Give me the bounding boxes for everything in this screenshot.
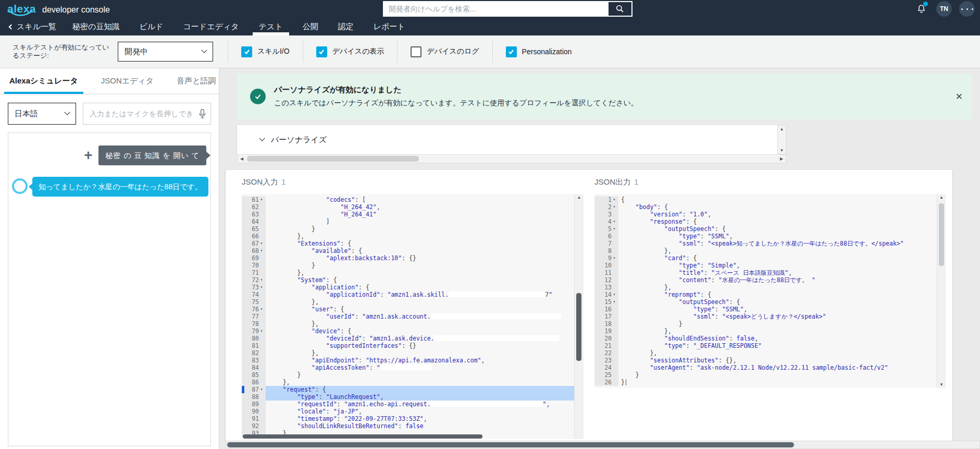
code-line-17[interactable]: 17 "ssml": "<speak>どうしますか？</speak>"	[594, 313, 936, 320]
help-search-input[interactable]	[383, 1, 608, 17]
code-line-75[interactable]: 75 },	[242, 298, 574, 306]
code-line-71[interactable]: 71 },	[242, 269, 574, 276]
json-input-editor[interactable]: 61▾ "codecs": [62 "H_264_42",63 "H_264_4…	[242, 194, 584, 439]
json-output-editor[interactable]: 1▾{2▾ "body": {3 "version": "1.0",4▾ "re…	[594, 194, 946, 388]
fold-arrow-icon[interactable]: ▾	[259, 247, 264, 254]
checkbox-checked-icon[interactable]	[316, 46, 327, 57]
fold-arrow-icon[interactable]: ▾	[612, 203, 617, 211]
code-line-74[interactable]: 74 "applicationId": "amzn1.ask.skill.7"	[242, 291, 574, 298]
utterance-input[interactable]	[83, 103, 211, 125]
code-line-20[interactable]: 20 "shouldEndSession": false,	[594, 335, 936, 342]
code-line-7[interactable]: 7 "ssml": "<speak>知ってましたか？水星の一年はたった88日です…	[594, 240, 936, 247]
code-line-3[interactable]: 3 "version": "1.0",	[594, 211, 936, 218]
code-line-8[interactable]: 8 },	[594, 247, 936, 254]
code-line-72[interactable]: 72▾ "System": {	[242, 276, 574, 284]
code-line-79[interactable]: 79▾ "device": {	[242, 327, 574, 335]
code-line-26[interactable]: 26}	[594, 379, 936, 386]
search-button[interactable]	[607, 1, 632, 17]
toggle-Personalization[interactable]: Personalization	[492, 41, 585, 63]
notifications-button[interactable]	[913, 1, 929, 17]
fold-arrow-icon[interactable]: ▾	[259, 284, 264, 291]
nav-back-skill-list[interactable]: スキル一覧	[3, 18, 63, 35]
code-line-90[interactable]: 90 "locale": "ja-JP",	[242, 408, 574, 415]
code-line-91[interactable]: 91 "timestamp": "2022-09-27T07:33:53Z",	[242, 415, 574, 422]
code-line-69[interactable]: 69 "aplext:backstack:10": {}	[242, 254, 574, 262]
input-editor-hscroll-thumb[interactable]	[243, 434, 482, 439]
code-line-77[interactable]: 77 "userId": "amzn1.ask.account.	[242, 313, 574, 320]
code-line-61[interactable]: 61▾ "codecs": [	[242, 196, 574, 203]
nav-item-link[interactable]: ビルド	[129, 18, 173, 35]
tab-JSONエディタ[interactable]: JSONエディタ	[100, 68, 155, 94]
tab-Alexaシミュレータ[interactable]: Alexaシミュレータ	[8, 68, 79, 94]
fold-arrow-icon[interactable]: ▾	[259, 306, 264, 313]
nav-item-link[interactable]: 公開	[293, 18, 328, 35]
stage-dropdown[interactable]: 開発中	[118, 42, 213, 62]
close-icon[interactable]: ✕	[956, 91, 963, 102]
language-dropdown[interactable]: 日本語	[8, 103, 76, 125]
scroll-up-icon[interactable]: ▲	[937, 195, 946, 200]
more-menu-button[interactable]	[959, 1, 975, 17]
nav-item-active[interactable]: テスト	[249, 18, 293, 35]
code-line-92[interactable]: 92 "shouldLinkResultBeReturned": false	[242, 422, 574, 430]
code-line-14[interactable]: 14▾ "reprompt": {	[594, 291, 936, 298]
toggle-デバイスの表示[interactable]: デバイスの表示	[303, 41, 398, 63]
tab-音声と語調[interactable]: 音声と語調	[176, 68, 217, 94]
scroll-down-icon[interactable]: ▼	[937, 382, 946, 387]
code-line-68[interactable]: 68▾ "available": {	[242, 247, 574, 254]
code-line-24[interactable]: 24 "userAgent": "ask-node/2.12.1 Node/v1…	[594, 364, 936, 371]
code-line-16[interactable]: 16 "type": "SSML",	[594, 306, 936, 313]
code-line-2[interactable]: 2▾ "body": {	[594, 203, 936, 211]
alexa-logo[interactable]: alexa developer console	[7, 3, 110, 15]
main-horizontal-scrollbar[interactable]	[226, 441, 980, 449]
code-line-88[interactable]: 88 "type": "LaunchRequest",	[242, 393, 574, 401]
scroll-right-icon[interactable]: ▶	[777, 156, 786, 161]
scroll-down-icon[interactable]: ▼	[780, 148, 784, 153]
code-line-23[interactable]: 23 "sessionAttributes": {},	[594, 357, 936, 364]
code-line-64[interactable]: 64 ]	[242, 218, 574, 225]
code-line-9[interactable]: 9▾ "card": {	[594, 254, 936, 262]
fold-arrow-icon[interactable]: ▾	[612, 291, 617, 298]
code-line-13[interactable]: 13 },	[594, 284, 936, 291]
code-line-76[interactable]: 76▾ "user": {	[242, 306, 574, 313]
checkbox-unchecked-icon[interactable]	[411, 46, 421, 57]
code-line-12[interactable]: 12 "content": "水星の一年はたった88日です。 "	[594, 276, 936, 284]
code-line-5[interactable]: 5▾ "outputSpeech": {	[594, 225, 936, 233]
scroll-left-icon[interactable]: ◀	[238, 156, 246, 161]
fold-arrow-icon[interactable]: ▾	[612, 254, 617, 262]
scroll-thumb[interactable]	[247, 156, 419, 162]
fold-arrow-icon[interactable]: ▾	[259, 240, 264, 247]
code-line-87[interactable]: 87▾ "request": {	[242, 386, 574, 393]
nav-item-link[interactable]: レポート	[364, 18, 415, 35]
personalize-horizontal-scrollbar[interactable]: ◀ ▶	[237, 154, 786, 163]
scroll-thumb[interactable]	[227, 442, 794, 447]
fold-arrow-icon[interactable]: ▾	[259, 276, 264, 284]
fold-arrow-icon[interactable]: ▾	[612, 218, 617, 225]
personalize-accordion[interactable]: パーソナライズ	[237, 125, 777, 154]
utterance-hint-tooltip[interactable]: 秘密 の 豆 知識 を 開い て	[98, 145, 206, 165]
nav-item-link[interactable]: 認定	[328, 18, 364, 35]
code-line-65[interactable]: 65 }	[242, 225, 574, 233]
personalize-vertical-scrollbar[interactable]: ▲ ▼	[777, 125, 786, 154]
code-line-22[interactable]: 22 },	[594, 349, 936, 357]
code-line-73[interactable]: 73▾ "application": {	[242, 284, 574, 291]
code-line-70[interactable]: 70 }	[242, 262, 574, 269]
code-line-85[interactable]: 85 }	[242, 371, 574, 379]
code-line-10[interactable]: 10 "type": "Simple",	[594, 262, 936, 269]
code-line-89[interactable]: 89 "requestId": "amzn1.echo-api.request.…	[242, 401, 574, 408]
checkbox-checked-icon[interactable]	[506, 46, 517, 57]
code-line-18[interactable]: 18 }	[594, 320, 936, 327]
fold-arrow-icon[interactable]: ▾	[259, 386, 264, 393]
code-line-86[interactable]: 86 },	[242, 379, 574, 386]
code-line-66[interactable]: 66 },	[242, 233, 574, 240]
output-editor-vscrollbar[interactable]: ▲ ▼	[937, 194, 946, 388]
microphone-icon[interactable]	[197, 108, 207, 122]
code-line-62[interactable]: 62 "H_264_42",	[242, 203, 574, 211]
checkbox-checked-icon[interactable]	[241, 46, 252, 57]
code-line-4[interactable]: 4▾ "response": {	[594, 218, 936, 225]
fold-arrow-icon[interactable]: ▾	[612, 196, 617, 203]
code-line-84[interactable]: 84 "apiAccessToken": "	[242, 364, 574, 371]
code-line-19[interactable]: 19 },	[594, 327, 936, 335]
code-line-67[interactable]: 67▾ "Extensions": {	[242, 240, 574, 247]
code-line-81[interactable]: 81 "supportedInterfaces": {}	[242, 342, 574, 349]
fold-arrow-icon[interactable]: ▾	[259, 196, 264, 203]
